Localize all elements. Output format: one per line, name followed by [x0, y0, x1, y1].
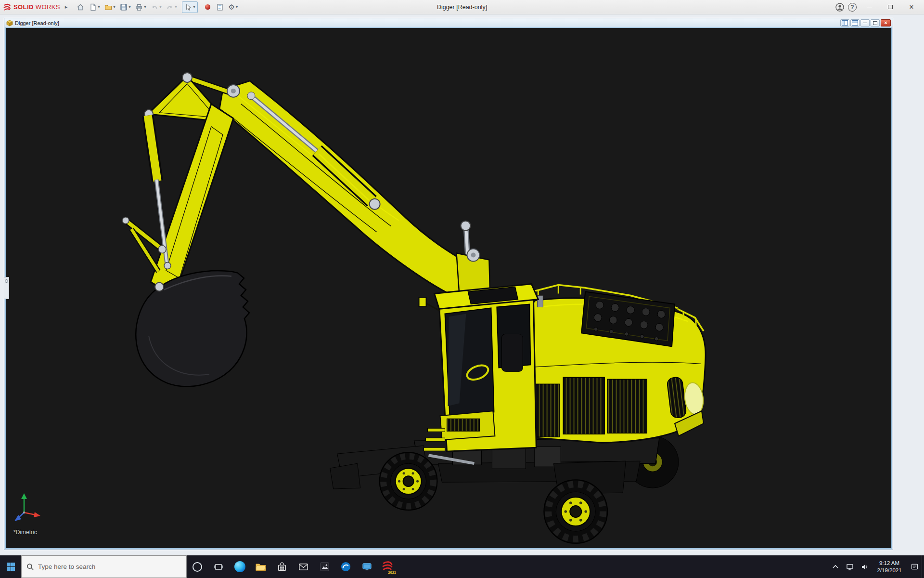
select-tool-button[interactable]: ▾	[182, 1, 197, 13]
close-button[interactable]: ×	[902, 0, 921, 14]
monitor-app-icon	[361, 561, 372, 572]
doc-restore-icon	[873, 21, 877, 25]
volume-button[interactable]	[857, 555, 872, 578]
split-pane-horizontal-icon	[852, 20, 858, 26]
dropdown-caret-icon[interactable]: ▾	[159, 5, 161, 9]
save-icon	[120, 3, 128, 11]
ds-logo-icon	[3, 3, 12, 12]
file-explorer-button[interactable]	[250, 555, 271, 578]
hidden-icons-button[interactable]	[828, 555, 843, 578]
doc-close-button[interactable]: ×	[881, 19, 891, 26]
bucket-cylinder-linkage	[122, 116, 171, 272]
featuremanager-flyout-tab[interactable]	[4, 277, 9, 299]
microsoft-store-button[interactable]	[271, 555, 293, 578]
home-button[interactable]	[74, 1, 87, 13]
clock-time: 9:12 AM	[872, 560, 907, 567]
search-input[interactable]	[38, 563, 168, 570]
edrawings-button[interactable]	[335, 555, 356, 578]
search-icon	[26, 563, 34, 571]
document-title: Digger [Read-only]	[15, 20, 59, 26]
minimize-icon	[867, 7, 872, 7]
edge-button[interactable]	[229, 555, 250, 578]
print-icon	[135, 3, 143, 11]
app-titlebar: SOLIDWORKS ▸ ▾ ▾	[0, 0, 924, 14]
help-button[interactable]: ?	[847, 2, 858, 13]
dropdown-caret-icon[interactable]: ▾	[193, 5, 195, 9]
open-button[interactable]: ▾	[102, 1, 117, 13]
view-orientation-label: *Dimetric	[13, 529, 37, 536]
new-document-icon	[89, 3, 97, 11]
task-view-icon	[214, 562, 223, 572]
doc-minimize-button[interactable]	[860, 19, 870, 26]
split-pane-vertical-button[interactable]	[840, 19, 849, 26]
task-view-button[interactable]	[208, 555, 229, 578]
dropdown-caret-icon[interactable]: ▾	[113, 5, 115, 9]
print-button[interactable]: ▾	[133, 1, 148, 13]
doc-close-icon: ×	[884, 20, 887, 26]
app-title: Digger [Read-only]	[437, 0, 487, 14]
network-button[interactable]	[843, 555, 857, 578]
undo-button[interactable]: ▾	[148, 1, 164, 13]
solidworks-logo: SOLIDWORKS	[3, 3, 60, 12]
dropdown-caret-icon[interactable]: ▾	[98, 5, 100, 9]
clock-date: 2/19/2021	[872, 567, 907, 574]
mail-button[interactable]	[293, 555, 314, 578]
cortana-button[interactable]	[187, 555, 208, 578]
dropdown-caret-icon[interactable]: ▾	[128, 5, 130, 9]
solidworks-taskbar-button[interactable]: 2021	[377, 555, 398, 578]
doc-restore-button[interactable]	[871, 19, 880, 26]
action-center-button[interactable]	[907, 555, 922, 578]
save-button[interactable]: ▾	[117, 1, 133, 13]
close-icon: ×	[909, 3, 913, 11]
dropdown-caret-icon[interactable]: ▾	[144, 5, 146, 9]
cab	[419, 284, 539, 452]
document-titlebar[interactable]: Digger [Read-only] ×	[4, 18, 893, 27]
part-document-icon	[6, 20, 13, 26]
minimize-button[interactable]	[860, 0, 879, 14]
account-button[interactable]	[834, 2, 845, 13]
boom-base	[456, 221, 490, 298]
document-properties-icon	[216, 3, 224, 11]
maximize-button[interactable]	[881, 0, 900, 14]
model-canvas[interactable]	[6, 28, 891, 548]
taskbar: 2021	[0, 555, 924, 578]
bucket	[136, 271, 249, 386]
screen: SOLIDWORKS ▸ ▾ ▾	[0, 0, 924, 578]
split-pane-horizontal-button[interactable]	[850, 19, 860, 26]
redo-icon	[166, 3, 174, 11]
file-explorer-icon	[255, 561, 267, 573]
mail-icon	[298, 561, 309, 572]
home-icon	[77, 3, 84, 11]
split-pane-vertical-icon	[842, 20, 848, 26]
3dexperience-icon	[204, 3, 211, 11]
microsoft-store-icon	[277, 562, 287, 572]
brand-solid: SOLID	[13, 3, 34, 11]
brand-works: WORKS	[36, 3, 60, 11]
new-document-button[interactable]: ▾	[87, 1, 102, 13]
edrawings-icon	[340, 561, 351, 572]
options-button[interactable]: ⚙ ▾	[226, 1, 240, 13]
engine-body	[514, 285, 706, 443]
monitor-app-button[interactable]	[356, 555, 377, 578]
photos-button[interactable]	[314, 555, 335, 578]
redo-button[interactable]: ▾	[164, 1, 179, 13]
start-button[interactable]	[0, 555, 21, 578]
taskbar-search[interactable]	[21, 555, 187, 578]
maximize-icon	[888, 5, 893, 9]
action-center-icon	[911, 563, 919, 571]
solidworks-year-badge: 2021	[388, 570, 396, 575]
dropdown-caret-icon[interactable]: ▾	[175, 5, 177, 9]
windows-logo-icon	[7, 563, 15, 571]
document-properties-button[interactable]	[214, 1, 226, 13]
graphics-viewport[interactable]: *Dimetric	[5, 27, 892, 549]
account-icon	[835, 2, 845, 12]
3dexperience-button[interactable]	[202, 1, 214, 13]
show-desktop-button[interactable]	[922, 555, 924, 578]
open-folder-icon	[104, 3, 112, 11]
boom-cylinder	[247, 92, 380, 210]
flyout-handle-icon	[5, 279, 8, 283]
taskbar-clock[interactable]: 9:12 AM 2/19/2021	[872, 560, 907, 574]
dropdown-caret-icon[interactable]: ▾	[236, 5, 238, 9]
menu-expand-icon[interactable]: ▸	[65, 4, 68, 10]
orientation-triad[interactable]	[12, 490, 45, 525]
